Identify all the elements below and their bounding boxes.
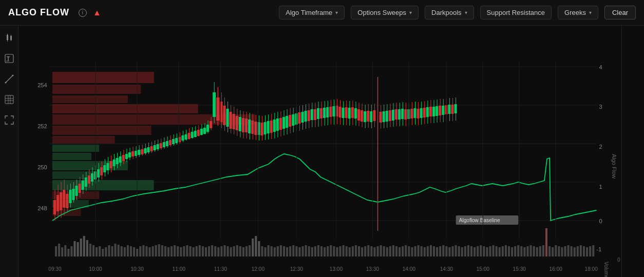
svg-rect-186 — [502, 246, 504, 256]
svg-rect-44 — [58, 244, 60, 256]
svg-rect-357 — [273, 120, 276, 132]
svg-rect-43 — [55, 246, 57, 256]
svg-rect-251 — [106, 163, 109, 170]
svg-rect-339 — [245, 118, 248, 132]
svg-rect-204 — [558, 246, 560, 256]
svg-rect-165 — [436, 247, 438, 256]
svg-rect-181 — [486, 247, 488, 256]
svg-rect-126 — [314, 246, 316, 256]
svg-rect-184 — [496, 246, 498, 256]
svg-rect-111 — [268, 245, 270, 256]
svg-rect-63 — [118, 245, 120, 256]
svg-rect-263 — [125, 154, 128, 159]
svg-rect-155 — [405, 245, 407, 256]
chart-svg: 254 252 250 248 Volume — [18, 26, 621, 277]
darkpools-button[interactable]: Darkpools ▾ — [425, 6, 474, 19]
svg-rect-271 — [138, 150, 140, 155]
svg-rect-31 — [52, 104, 198, 113]
svg-rect-307 — [194, 131, 197, 137]
svg-rect-97 — [223, 245, 225, 256]
svg-rect-107 — [255, 236, 257, 256]
svg-rect-88 — [196, 246, 198, 256]
svg-text:13:00: 13:00 — [330, 266, 343, 272]
svg-rect-81 — [174, 245, 176, 256]
svg-rect-52 — [83, 236, 85, 256]
grid-tool[interactable] — [3, 93, 15, 106]
svg-rect-430 — [389, 110, 391, 121]
svg-rect-60 — [108, 245, 110, 256]
svg-rect-127 — [317, 245, 319, 256]
svg-rect-120 — [295, 246, 297, 256]
text-tool[interactable]: T — [3, 52, 15, 65]
clear-button[interactable]: Clear — [604, 6, 636, 19]
svg-rect-355 — [270, 121, 273, 133]
svg-rect-241 — [91, 173, 93, 182]
svg-rect-209 — [574, 247, 576, 256]
chevron-down-icon: ▾ — [409, 10, 412, 15]
svg-rect-329 — [230, 112, 232, 129]
svg-rect-82 — [177, 246, 179, 256]
expand-tool[interactable] — [3, 114, 15, 126]
support-resistance-button[interactable]: Support Resistance — [480, 6, 552, 19]
svg-rect-142 — [364, 246, 366, 256]
svg-rect-426 — [383, 111, 385, 122]
svg-rect-125 — [311, 247, 313, 256]
svg-rect-231 — [75, 186, 78, 196]
svg-rect-214 — [589, 246, 591, 256]
svg-rect-349 — [260, 123, 263, 135]
svg-rect-393 — [329, 107, 332, 117]
svg-rect-65 — [124, 247, 126, 256]
svg-rect-178 — [477, 246, 479, 256]
svg-rect-285 — [160, 143, 162, 148]
svg-rect-277 — [147, 147, 149, 152]
svg-text:15:30: 15:30 — [513, 266, 526, 272]
options-sweeps-button[interactable]: Options Sweeps ▾ — [351, 6, 419, 19]
svg-rect-79 — [167, 247, 169, 256]
svg-rect-29 — [52, 85, 141, 94]
svg-rect-28 — [52, 72, 154, 83]
svg-rect-48 — [70, 246, 72, 256]
svg-rect-229 — [72, 189, 74, 200]
svg-rect-192 — [520, 246, 522, 256]
svg-rect-385 — [317, 108, 319, 119]
svg-rect-351 — [264, 122, 267, 134]
svg-rect-206 — [564, 246, 566, 256]
svg-rect-49 — [73, 241, 75, 256]
svg-text:10:00: 10:00 — [89, 266, 102, 272]
svg-rect-64 — [121, 246, 123, 256]
svg-rect-98 — [227, 246, 229, 256]
svg-line-9 — [6, 75, 13, 83]
svg-rect-359 — [276, 118, 279, 131]
svg-rect-54 — [89, 244, 91, 256]
svg-rect-212 — [583, 246, 585, 256]
draw-line-tool[interactable] — [3, 73, 15, 85]
svg-rect-102 — [239, 246, 241, 256]
svg-text:4: 4 — [599, 64, 602, 70]
svg-rect-273 — [141, 149, 143, 154]
svg-rect-202 — [552, 247, 554, 256]
svg-rect-46 — [64, 245, 66, 256]
svg-rect-34 — [52, 136, 115, 144]
svg-rect-301 — [184, 134, 187, 140]
candlestick-tool[interactable] — [3, 32, 15, 44]
svg-rect-456 — [429, 107, 432, 116]
greeks-button[interactable]: Greeks ▾ — [558, 6, 598, 19]
svg-rect-136 — [346, 246, 348, 256]
svg-rect-167 — [442, 245, 444, 256]
svg-rect-387 — [320, 108, 323, 118]
svg-rect-110 — [264, 247, 267, 256]
svg-rect-78 — [164, 246, 166, 256]
svg-text:Volume: Volume — [603, 262, 609, 277]
algo-timeframe-button[interactable]: Algo Timeframe ▾ — [279, 6, 345, 19]
svg-rect-124 — [308, 246, 310, 256]
svg-text:12:00: 12:00 — [252, 266, 265, 272]
svg-rect-331 — [233, 114, 235, 129]
svg-text:-1: -1 — [596, 246, 601, 252]
svg-rect-154 — [402, 246, 404, 256]
svg-text:13:30: 13:30 — [366, 266, 380, 272]
svg-rect-444 — [410, 109, 413, 118]
svg-rect-84 — [183, 246, 185, 256]
info-icon[interactable]: i — [79, 9, 87, 17]
svg-rect-137 — [349, 247, 351, 256]
svg-rect-335 — [239, 117, 241, 131]
